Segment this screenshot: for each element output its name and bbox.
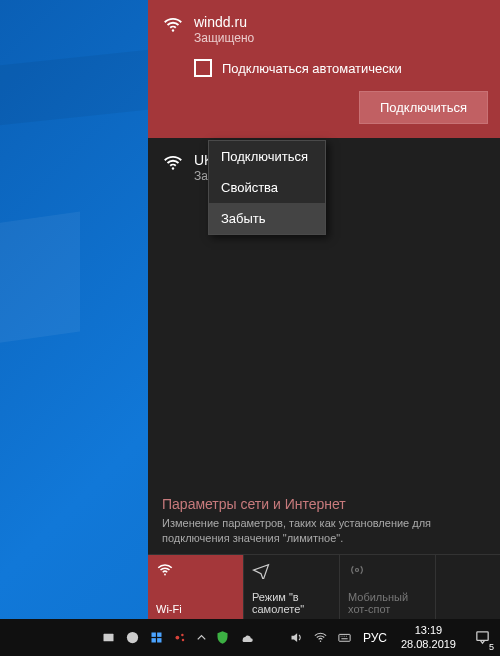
wifi-icon [162,152,184,183]
tray-overflow-icon[interactable] [192,619,210,656]
network-tray-icon[interactable] [309,619,333,656]
steam-icon[interactable] [120,619,144,656]
network-item-selected[interactable]: windd.ru Защищено Подключаться автоматич… [148,0,500,138]
svg-rect-8 [151,638,155,642]
svg-rect-6 [151,633,155,637]
ctx-forget[interactable]: Забыть [209,203,325,234]
network-settings-link[interactable]: Параметры сети и Интернет Изменение пара… [148,486,500,554]
auto-connect-checkbox[interactable]: Подключаться автоматически [194,59,488,77]
system-tray: РУС 13:19 28.08.2019 5 [285,619,500,656]
settings-desc: Изменение параметров, таких как установл… [162,516,486,546]
notification-count: 5 [487,642,496,652]
svg-point-2 [164,574,166,576]
quick-tiles: Wi-Fi Режим "в самолете" Мобильный хот-с… [148,554,500,619]
network-ssid: windd.ru [194,14,254,30]
svg-point-3 [356,569,359,572]
connect-button[interactable]: Подключиться [359,91,488,124]
tray-app-icon[interactable] [96,619,120,656]
svg-point-12 [181,639,184,642]
checkbox-icon [194,59,212,77]
svg-rect-15 [476,632,487,641]
ctx-properties[interactable]: Свойства [209,172,325,203]
svg-point-11 [181,634,184,637]
wifi-icon [162,14,184,45]
tile-airplane[interactable]: Режим "в самолете" [244,555,340,619]
clock[interactable]: 13:19 28.08.2019 [393,624,464,650]
taskbar: РУС 13:19 28.08.2019 5 [0,619,500,656]
network-list: windd.ru Защищено Подключаться автоматич… [148,0,500,486]
clock-date: 28.08.2019 [401,638,456,651]
language-indicator[interactable]: РУС [357,631,393,645]
onedrive-icon[interactable] [234,619,258,656]
svg-point-0 [172,29,174,31]
settings-title: Параметры сети и Интернет [162,496,486,512]
svg-point-5 [126,632,137,643]
svg-rect-14 [339,634,350,641]
svg-point-1 [172,167,174,169]
airplane-icon [252,561,331,581]
svg-point-13 [320,641,322,643]
svg-rect-9 [157,638,161,642]
defender-icon[interactable] [210,619,234,656]
ctx-connect[interactable]: Подключиться [209,141,325,172]
network-status: Защищено [194,31,254,45]
tile-hotspot[interactable]: Мобильный хот-спот [340,555,436,619]
volume-icon[interactable] [285,619,309,656]
tile-wifi[interactable]: Wi-Fi [148,555,244,619]
taskbar-left [0,619,258,656]
context-menu: Подключиться Свойства Забыть [208,140,326,235]
hotspot-icon [348,561,427,581]
tray-app-icon[interactable] [168,619,192,656]
tile-label: Режим "в самолете" [252,591,331,615]
clock-time: 13:19 [401,624,456,637]
tile-label: Мобильный хот-спот [348,591,427,615]
svg-rect-4 [103,634,113,642]
tray-app-icon[interactable] [144,619,168,656]
auto-connect-label: Подключаться автоматически [222,61,402,76]
network-flyout: windd.ru Защищено Подключаться автоматич… [148,0,500,619]
svg-rect-7 [157,633,161,637]
wifi-icon [156,561,235,581]
svg-point-10 [175,636,179,640]
keyboard-icon[interactable] [333,619,357,656]
tile-label: Wi-Fi [156,603,235,615]
action-center-icon[interactable]: 5 [464,619,500,656]
